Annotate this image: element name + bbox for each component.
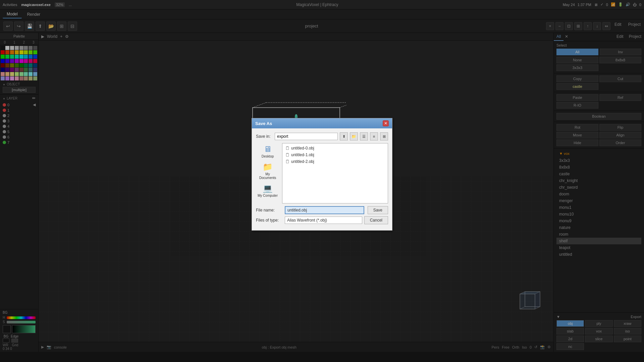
- camera-icon[interactable]: 📷: [47, 345, 51, 349]
- project-item-shelf[interactable]: shelf: [556, 238, 641, 244]
- project-tab[interactable]: Project: [626, 33, 644, 41]
- reset-icon[interactable]: ↺: [534, 345, 537, 349]
- activities-label[interactable]: Activities: [3, 3, 17, 7]
- color-cell-39[interactable]: [33, 63, 37, 67]
- color-cell-42[interactable]: [10, 68, 14, 72]
- project-item-8x8x8[interactable]: 8x8x8: [556, 164, 641, 171]
- color-cell-57[interactable]: [5, 76, 9, 80]
- export-btn-ply[interactable]: ply: [585, 320, 612, 327]
- color-cell-21[interactable]: [24, 55, 28, 59]
- color-cell-34[interactable]: [10, 63, 14, 67]
- color-cell-44[interactable]: [19, 68, 23, 72]
- file-item-2[interactable]: 🗒 untitled-2.obj: [284, 158, 386, 165]
- color-cell-56[interactable]: [1, 76, 5, 80]
- color-cell-50[interactable]: [10, 72, 14, 76]
- sat-bar[interactable]: [7, 321, 36, 323]
- color-cell-26[interactable]: [10, 59, 14, 63]
- color-cell-38[interactable]: [29, 63, 33, 67]
- color-cell-25[interactable]: [5, 59, 9, 63]
- cut-button[interactable]: Cut: [599, 75, 641, 82]
- color-cell-3[interactable]: [15, 46, 19, 50]
- color-cell-40[interactable]: [1, 68, 5, 72]
- project-item-doom[interactable]: doom: [556, 191, 641, 197]
- object-name[interactable]: [multiple]: [3, 87, 36, 93]
- color-gradient[interactable]: [12, 325, 36, 333]
- color-cell-9[interactable]: [5, 50, 9, 54]
- color-cell-52[interactable]: [19, 72, 23, 76]
- view-grid-button[interactable]: ⊞: [380, 132, 388, 140]
- save-as-dialog[interactable]: Save As ✕ Save in: export ⬆ 📁 ☰ ≡ ⊞: [252, 118, 392, 231]
- save-button-dialog[interactable]: Save: [368, 206, 388, 214]
- dialog-close-button[interactable]: ✕: [383, 120, 389, 126]
- export-btn-vox[interactable]: vox: [585, 328, 612, 335]
- color-cell-1[interactable]: [5, 46, 9, 50]
- inv-select-button[interactable]: Inv: [600, 49, 642, 55]
- order-button[interactable]: Order: [599, 139, 641, 146]
- color-cell-49[interactable]: [5, 72, 9, 76]
- color-cell-31[interactable]: [33, 59, 37, 63]
- color-cell-47[interactable]: [33, 68, 37, 72]
- color-cell-48[interactable]: [1, 72, 5, 76]
- export-button[interactable]: ⬆: [36, 21, 45, 31]
- color-cell-54[interactable]: [29, 72, 33, 76]
- color-cell-35[interactable]: [15, 63, 19, 67]
- btn2[interactable]: ⊟: [68, 21, 77, 31]
- settings-view-icon[interactable]: ⚙: [547, 345, 551, 349]
- color-cell-53[interactable]: [24, 72, 28, 76]
- desktop-nav[interactable]: 🖥 Desktop: [256, 143, 279, 160]
- menu-model[interactable]: Model: [3, 10, 22, 18]
- color-cell-13[interactable]: [24, 50, 28, 54]
- export-btn-slab[interactable]: slab: [556, 328, 584, 335]
- nav-up-button[interactable]: ⬆: [340, 132, 348, 140]
- expand-button[interactable]: ⇔: [602, 22, 610, 30]
- project-item-castle[interactable]: castle: [556, 171, 641, 177]
- color-cell-23[interactable]: [33, 55, 37, 59]
- toggle-icon[interactable]: ▶: [41, 345, 44, 349]
- project-item-monu1[interactable]: monu1: [556, 204, 641, 211]
- copy-button[interactable]: Copy: [556, 75, 598, 82]
- layer-row-5[interactable]: 5: [3, 129, 36, 134]
- export-btn-nc[interactable]: nc: [556, 343, 584, 350]
- project-item-chr_sword[interactable]: chr_sword: [556, 184, 641, 191]
- project-item-menger[interactable]: menger: [556, 197, 641, 204]
- color-cell-63[interactable]: [33, 76, 37, 80]
- color-cell-14[interactable]: [29, 50, 33, 54]
- project-item-teapot[interactable]: teapot: [556, 244, 641, 251]
- align-button[interactable]: Align: [599, 132, 641, 138]
- save-button[interactable]: 💾: [25, 21, 34, 31]
- layer-row-4[interactable]: 4: [3, 124, 36, 129]
- color-cell-12[interactable]: [19, 50, 23, 54]
- none-button[interactable]: None: [556, 57, 598, 63]
- undo-button[interactable]: ↩: [3, 21, 13, 31]
- paste-button[interactable]: Paste: [556, 94, 598, 101]
- orth-label[interactable]: Orth: [512, 345, 519, 349]
- project-item-3x3x3[interactable]: 3x3x3: [556, 157, 641, 164]
- ref-button[interactable]: Ref: [599, 94, 641, 101]
- color-cell-29[interactable]: [24, 59, 28, 63]
- pers-label[interactable]: Pers: [492, 345, 499, 349]
- color-cell-37[interactable]: [24, 63, 28, 67]
- export-btn-slice[interactable]: slice: [585, 336, 612, 342]
- color-cell-15[interactable]: [33, 50, 37, 54]
- zoom-out-button[interactable]: −: [555, 22, 564, 30]
- settings-world-icon[interactable]: ⚙: [65, 34, 69, 39]
- project-item-nature[interactable]: nature: [556, 224, 641, 231]
- documents-nav[interactable]: 📁 My Documents: [256, 161, 279, 181]
- redo-button[interactable]: ↪: [14, 21, 23, 31]
- save-in-select[interactable]: export: [275, 133, 338, 140]
- layer-row-6[interactable]: 6: [3, 134, 36, 140]
- free-label[interactable]: Free: [502, 345, 509, 349]
- project-item-chr_knight[interactable]: chr_knight: [556, 177, 641, 184]
- edge-swatch[interactable]: [11, 339, 18, 343]
- rot-button[interactable]: Rot: [556, 124, 598, 131]
- layer-row-2[interactable]: 2: [3, 113, 36, 118]
- view-details-button[interactable]: ≡: [370, 132, 378, 140]
- x8x8-button[interactable]: 8x8x8: [599, 57, 641, 63]
- open-folder-button[interactable]: 📂: [46, 21, 56, 31]
- project-item-untitled[interactable]: untitled: [556, 251, 641, 258]
- edit-tab[interactable]: Edit: [614, 33, 626, 41]
- all-tab[interactable]: All: [554, 33, 564, 41]
- move-button[interactable]: Move: [556, 132, 598, 138]
- flip-button[interactable]: Flip: [599, 124, 641, 131]
- color-cell-22[interactable]: [29, 55, 33, 59]
